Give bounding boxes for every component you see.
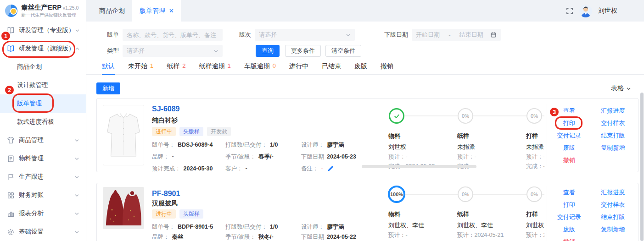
annotation-badge-3: 3: [549, 107, 560, 117]
status-tag: 头版样: [179, 209, 203, 219]
clear-conditions-button[interactable]: 清空条件: [325, 45, 361, 57]
sidebar-item-style-progress-board[interactable]: 款式进度看板: [0, 113, 86, 131]
action-end-pattern[interactable]: 结束打版: [601, 129, 625, 142]
status-tab-not-started[interactable]: 未开始1: [128, 61, 153, 74]
card-field-value: BDPF-8901-5: [178, 224, 213, 230]
action-scrap[interactable]: 废版: [563, 142, 575, 154]
action-report-progress[interactable]: 汇报进度: [601, 104, 625, 117]
query-button[interactable]: 查询: [256, 45, 280, 57]
card-field: 版单号：BDSJ-6089-4: [152, 139, 225, 151]
status-tab-sewing-pattern-overdue[interactable]: 车版逾期0: [244, 61, 276, 74]
status-tab-in-progress[interactable]: 进行中: [289, 61, 308, 74]
sidebar-item-product-management[interactable]: 商品管理: [0, 131, 86, 149]
card-field-value: 秋冬/-: [258, 233, 274, 241]
type-select[interactable]: 请选择: [123, 45, 223, 57]
action-end-pattern[interactable]: 结束打版: [601, 211, 625, 223]
action-deliver-sample[interactable]: 交付样衣: [601, 198, 625, 211]
product-image-white-shirt[interactable]: [103, 105, 144, 165]
sidebar-item-material-management[interactable]: 物料管理: [0, 149, 86, 168]
chevron-down-icon: [74, 156, 79, 161]
pattern-search-input[interactable]: [123, 29, 223, 41]
card-field-value: 春季/-: [258, 153, 274, 161]
action-print[interactable]: 打印: [563, 198, 575, 211]
action-deliver-sample[interactable]: 交付样衣: [601, 117, 625, 129]
chevron-up-icon: [75, 46, 80, 51]
add-button[interactable]: 新增: [96, 82, 120, 94]
edit-pencil-icon[interactable]: [327, 165, 334, 172]
tab-product-planning[interactable]: 商品企划: [92, 0, 132, 22]
status-tab-label: 进行中: [289, 62, 308, 71]
action-revoke[interactable]: 撤销: [563, 154, 575, 166]
status-tab-scrapped[interactable]: 废版: [354, 61, 367, 74]
main-panel: 商品企划版单管理 刘世权 版单 版次 请选择: [86, 0, 644, 241]
step-assignee: 未指派: [457, 142, 476, 152]
progress-panel: 物料刘世权预计：-完成：2024-05-230%纸样未指派预计：-完成：-0%打…: [361, 99, 544, 172]
fullscreen-icon[interactable]: [566, 7, 573, 15]
card-field-value: 2024-05-30: [184, 165, 213, 172]
step-name: 纸样: [457, 209, 504, 220]
edition-select[interactable]: 请选择: [255, 29, 355, 41]
status-tab-default[interactable]: 默认: [102, 61, 115, 74]
pattern-code-link[interactable]: PF-8901: [152, 190, 358, 198]
vertical-scrollbar[interactable]: [640, 93, 644, 241]
date-range-picker[interactable]: 开始日期 - 结束日期: [412, 29, 501, 41]
action-report-progress[interactable]: 汇报进度: [601, 186, 625, 198]
status-tab-paper-pattern-overdue[interactable]: 纸样逾期1: [199, 61, 230, 74]
status-tab-finished[interactable]: 已结束: [322, 61, 341, 74]
action-print[interactable]: 打印: [563, 117, 575, 129]
card-field-value: 1/0: [270, 224, 278, 230]
sidebar-item-product-planning[interactable]: 商品企划: [0, 58, 86, 76]
app-logo: 秦丝生产ERPv1.25.0 新一代生产供应链快反管理: [0, 0, 86, 21]
sidebar-item-label: 基础设置: [19, 228, 44, 236]
close-icon[interactable]: [169, 9, 174, 13]
action-scrap[interactable]: 废版: [563, 223, 575, 236]
product-name: 汉服披风: [152, 199, 358, 207]
sidebar-item-report-analysis[interactable]: 报表分析: [0, 204, 86, 223]
tab-pattern-orders[interactable]: 版单管理: [132, 0, 181, 22]
topbar: 商品企划版单管理 刘世权: [86, 0, 644, 22]
list-toolbar: 新增 表格: [86, 82, 644, 94]
filter-bar: 版单 版次 请选择 下版日期 开始日期 - 结束日期: [86, 22, 644, 57]
card-field: 品牌：-: [152, 151, 225, 163]
action-revoke[interactable]: 撤销: [563, 236, 575, 241]
pattern-card-list: SJ-6089纯白衬衫进行中头版样开发款版单号：BDSJ-6089-4品牌：-预…: [96, 98, 638, 241]
horizontal-scrollbar[interactable]: [362, 165, 476, 168]
chevron-down-icon: [75, 28, 80, 33]
card-field-value: 1/0: [270, 142, 278, 148]
sidebar-item-rd-management-flagship[interactable]: 研发管理（旗舰版）: [0, 39, 86, 58]
user-name[interactable]: 刘世权: [598, 7, 617, 15]
card-field-label: 打版数/已交付：: [225, 141, 267, 149]
brand-swirl-icon: [5, 5, 17, 17]
action-copy-create[interactable]: 复制新增: [601, 223, 625, 236]
sidebar-item-label: 版单管理: [17, 99, 42, 108]
action-copy-create[interactable]: 复制新增: [601, 142, 625, 154]
chevron-down-icon: [213, 49, 218, 54]
sidebar-item-finance-reconciliation[interactable]: 财务对账: [0, 186, 86, 204]
status-tag: 进行中: [152, 209, 176, 219]
sidebar-item-basic-settings[interactable]: 基础设置: [0, 223, 86, 241]
action-view[interactable]: 查看: [563, 186, 575, 198]
pattern-code-link[interactable]: SJ-6089: [152, 105, 358, 113]
action-view[interactable]: 查看: [563, 104, 575, 117]
card-field: 下版日期2024-05-23: [301, 151, 358, 163]
sidebar-item-pattern-order-management[interactable]: 版单管理: [0, 94, 86, 113]
status-tab-count: 2: [182, 62, 185, 69]
user-avatar[interactable]: [579, 5, 592, 17]
action-delivery-records[interactable]: 交付记录: [557, 211, 581, 223]
step-assignee: 刘世权: [388, 142, 435, 152]
status-tab-paper-pattern[interactable]: 纸样2: [167, 61, 185, 74]
workspace-tabs: 商品企划版单管理: [86, 0, 181, 22]
action-delivery-records[interactable]: 交付记录: [557, 129, 581, 142]
sidebar-item-production-follow[interactable]: 生产跟进: [0, 168, 86, 186]
sidebar-item-rd-management-pro[interactable]: 研发管理（专业版）: [0, 21, 86, 39]
product-image-red-cloak[interactable]: [103, 187, 144, 229]
card-fields: 版单号：BDPF-8901-5品牌：秦丝预计完成：2024-05-29打版数/已…: [152, 222, 358, 241]
actions-column-1: 查看打印交付记录废版撤销: [547, 186, 591, 241]
status-tab-count: 0: [273, 62, 276, 69]
status-tab-revoked[interactable]: 撤销: [381, 61, 393, 74]
step-estimate: 预计：-: [526, 152, 544, 162]
more-conditions-button[interactable]: 更多条件: [285, 45, 321, 57]
card-field-label: 设计师：: [301, 223, 324, 231]
view-mode-dropdown[interactable]: 表格: [611, 84, 631, 93]
sidebar-item-label: 研发管理（旗舰版）: [19, 44, 75, 53]
